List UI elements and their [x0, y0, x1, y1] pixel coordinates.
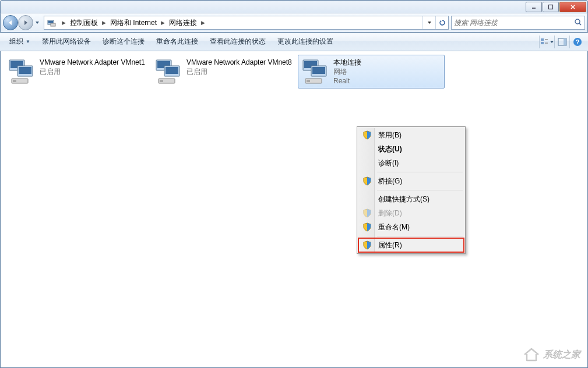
shield-icon [362, 130, 372, 140]
watermark: 系统之家 [523, 348, 580, 362]
svg-rect-32 [312, 67, 325, 74]
shield-icon [362, 176, 372, 186]
connection-item[interactable]: VMware Network Adapter VMnet1 已启用 [4, 55, 151, 89]
ctx-separator [377, 172, 463, 172]
ctx-properties[interactable]: 属性(R) [358, 238, 464, 252]
ctx-disable[interactable]: 禁用(B) [358, 128, 464, 142]
svg-text:?: ? [575, 38, 579, 45]
svg-rect-14 [564, 38, 566, 45]
svg-point-7 [575, 19, 580, 24]
maximize-button[interactable] [543, 2, 559, 12]
help-button[interactable]: ? [569, 36, 585, 48]
ctx-separator [377, 190, 463, 190]
context-menu: 禁用(B) 状态(U) 诊断(I) 桥接(G) 创建快捷方式(S) 删除(D) … [357, 126, 466, 254]
breadcrumb-item[interactable]: 网络连接 [166, 16, 200, 29]
address-bar[interactable]: ▶ 控制面板 ▶ 网络和 Internet ▶ 网络连接 ▶ [44, 16, 449, 30]
minimize-button[interactable] [526, 2, 542, 12]
network-adapter-icon [154, 58, 182, 86]
breadcrumb-sep-icon: ▶ [160, 20, 166, 26]
breadcrumb-item[interactable]: 网络和 Internet [107, 16, 160, 29]
content-area: VMware Network Adapter VMnet1 已启用 VMware… [0, 51, 588, 368]
breadcrumb-root-icon[interactable] [44, 16, 61, 29]
svg-rect-10 [541, 42, 544, 44]
house-icon [523, 348, 540, 362]
cmd-rename[interactable]: 重命名此连接 [150, 34, 204, 49]
svg-rect-6 [51, 23, 55, 26]
organize-menu[interactable]: 组织▼ [3, 34, 36, 49]
refresh-button[interactable] [435, 16, 448, 29]
connection-item[interactable]: VMware Network Adapter VMnet8 已启用 [151, 55, 298, 89]
svg-rect-22 [13, 80, 16, 82]
svg-line-8 [579, 23, 581, 25]
svg-rect-34 [307, 80, 310, 82]
connection-status: 已启用 [40, 67, 145, 76]
window-titlebar [0, 0, 588, 13]
connection-name: VMware Network Adapter VMnet8 [186, 58, 292, 67]
view-options-button[interactable] [539, 36, 554, 48]
ctx-diagnose[interactable]: 诊断(I) [358, 156, 464, 170]
breadcrumb-sep-icon: ▶ [101, 20, 107, 26]
connection-status: 已启用 [186, 67, 292, 76]
ctx-status[interactable]: 状态(U) [358, 142, 464, 156]
svg-rect-26 [166, 67, 178, 74]
address-dropdown[interactable] [422, 16, 435, 29]
svg-rect-1 [549, 5, 553, 9]
shield-icon [362, 240, 372, 250]
shield-icon [362, 222, 372, 232]
svg-rect-28 [160, 80, 163, 82]
search-icon[interactable] [574, 18, 582, 28]
connection-item-selected[interactable]: 本地连接 网络 Realt [298, 55, 445, 89]
cmd-view-status[interactable]: 查看此连接的状态 [204, 34, 272, 49]
cmd-diagnose[interactable]: 诊断这个连接 [97, 34, 150, 49]
breadcrumb-sep-icon: ▶ [61, 20, 67, 26]
network-adapter-icon [301, 58, 329, 86]
breadcrumb-item[interactable]: 控制面板 [67, 16, 101, 29]
history-dropdown[interactable] [33, 20, 41, 25]
cmd-disable[interactable]: 禁用此网络设备 [36, 34, 97, 49]
nav-bar: ▶ 控制面板 ▶ 网络和 Internet ▶ 网络连接 ▶ [0, 13, 588, 33]
ctx-delete: 删除(D) [358, 206, 464, 220]
nav-arrows [3, 15, 41, 30]
ctx-create-shortcut[interactable]: 创建快捷方式(S) [358, 192, 464, 206]
cmd-change-settings[interactable]: 更改此连接的设置 [272, 34, 339, 49]
shield-icon [362, 208, 372, 218]
breadcrumb-sep-icon: ▶ [200, 20, 206, 26]
ctx-separator [377, 236, 463, 236]
back-button[interactable] [3, 15, 18, 30]
network-adapter-icon [7, 58, 35, 86]
preview-pane-button[interactable] [554, 36, 569, 48]
search-input[interactable] [454, 19, 574, 27]
connection-name: VMware Network Adapter VMnet1 [40, 58, 145, 67]
connection-status: 网络 [333, 67, 361, 76]
search-box[interactable] [451, 16, 585, 30]
forward-button[interactable] [18, 15, 33, 30]
connection-detail: Realt [333, 76, 361, 86]
ctx-rename[interactable]: 重命名(M) [358, 220, 464, 234]
command-bar: 组织▼ 禁用此网络设备 诊断这个连接 重命名此连接 查看此连接的状态 更改此连接… [0, 33, 588, 51]
close-button[interactable] [559, 2, 586, 12]
ctx-bridge[interactable]: 桥接(G) [358, 174, 464, 188]
svg-rect-20 [19, 67, 31, 74]
svg-rect-9 [541, 38, 544, 41]
connection-name: 本地连接 [333, 58, 361, 67]
svg-rect-5 [48, 21, 53, 23]
